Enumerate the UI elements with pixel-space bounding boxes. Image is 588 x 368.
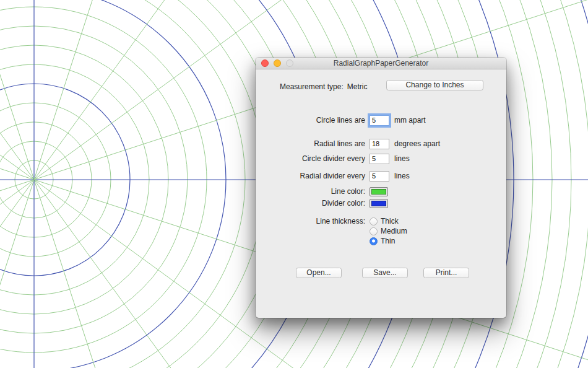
divider-color-well[interactable] — [370, 199, 388, 208]
line-color-well[interactable] — [370, 187, 388, 196]
thickness-medium-radio[interactable] — [370, 227, 378, 235]
print-button[interactable]: Print... — [423, 268, 469, 278]
radial-divider-suffix: lines — [394, 172, 410, 180]
measurement-type-row: Measurement type: Metric — [280, 81, 367, 93]
app-window: RadialGraphPaperGenerator Measurement ty… — [256, 58, 506, 318]
divider-color-swatch — [371, 201, 386, 206]
circle-divider-label: Circle divider every — [256, 154, 365, 163]
divider-color-row: Divider color: — [256, 197, 506, 209]
thickness-medium-label: Medium — [381, 227, 407, 235]
close-button[interactable] — [261, 59, 269, 67]
circle-spacing-suffix: mm apart — [394, 116, 426, 125]
circle-spacing-row: Circle lines are mm apart — [256, 114, 506, 126]
radial-divider-input[interactable] — [370, 171, 389, 182]
measurement-type-value: Metric — [347, 82, 368, 91]
action-button-row: Open... Save... Print... — [256, 268, 506, 279]
radial-divider-row: Radial divider every lines — [256, 170, 506, 182]
divider-color-label: Divider color: — [256, 199, 365, 208]
radial-spacing-label: Radial lines are — [256, 139, 365, 148]
radial-spacing-row: Radial lines are degrees apart — [256, 138, 506, 150]
measurement-type-label: Measurement type: — [280, 82, 344, 91]
thickness-thin-radio[interactable] — [370, 237, 378, 245]
circle-spacing-label: Circle lines are — [256, 116, 365, 125]
line-color-row: Line color: — [256, 185, 506, 198]
zoom-button[interactable] — [286, 59, 293, 67]
thickness-thin-row: Thin — [256, 235, 506, 247]
change-units-button[interactable]: Change to Inches — [386, 80, 483, 90]
radial-spacing-input[interactable] — [370, 139, 389, 149]
window-titlebar[interactable]: RadialGraphPaperGenerator — [256, 58, 506, 69]
traffic-lights — [261, 59, 293, 67]
circle-divider-row: Circle divider every lines — [256, 152, 506, 165]
line-color-swatch — [371, 189, 386, 195]
thickness-thick-label: Thick — [381, 217, 399, 226]
line-thickness-label: Line thickness: — [256, 217, 365, 226]
radial-spacing-suffix: degrees apart — [394, 139, 440, 148]
save-button[interactable]: Save... — [362, 268, 408, 278]
minimize-button[interactable] — [274, 59, 281, 67]
circle-spacing-input[interactable] — [370, 115, 389, 126]
thickness-thick-radio[interactable] — [370, 217, 378, 226]
circle-divider-suffix: lines — [394, 154, 410, 163]
thickness-thin-label: Thin — [381, 237, 395, 245]
radial-divider-label: Radial divider every — [256, 172, 365, 180]
circle-divider-input[interactable] — [370, 154, 389, 164]
line-color-label: Line color: — [256, 187, 365, 196]
open-button[interactable]: Open... — [296, 268, 342, 278]
